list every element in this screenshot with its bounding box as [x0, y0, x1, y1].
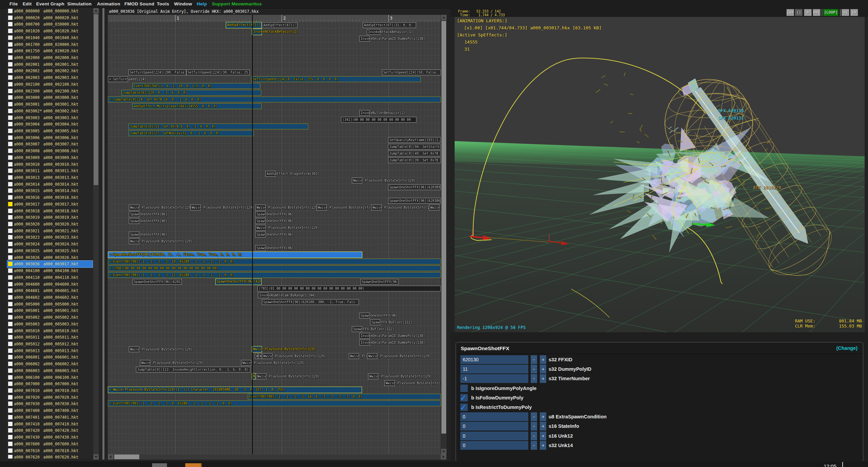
- timeline-event[interactable]: SpawnFFX_ByFloor[112]: [352, 326, 362, 332]
- anim-list-row[interactable]: a000_006100a000_006100.hkt: [7, 374, 93, 381]
- increment-button[interactable]: +: [540, 422, 546, 431]
- timeline-event[interactable]: Wwise_PlaySound_ByStateInfo[129]: [140, 360, 150, 366]
- menu-item-fmod-sound[interactable]: FMOD Sound: [124, 0, 154, 8]
- timeline-event[interactable]: <-Wwise_PlaySound_ByStateInfo[129](1: (c…: [108, 387, 362, 393]
- anim-list-row[interactable]: a000_006001a000_006001.hkt: [7, 354, 93, 361]
- anim-list-row[interactable]: a000_003003a000_003003.hkt: [7, 114, 93, 121]
- inspector-field-input[interactable]: 0: [460, 441, 528, 450]
- timeline-event[interactable]: SpawnOneShotFFX[96]: [129, 232, 139, 237]
- anim-list-scroll-up-icon[interactable]: [93, 8, 99, 14]
- anim-list-row[interactable]: a000_000700a000_030000.hkt: [7, 21, 93, 28]
- timeline-event[interactable]: <-Event700[700](-1, -1, -1, -1, 11, 6528…: [108, 272, 441, 278]
- timeline-event[interactable]: SetTurnSpeed[224](30, False, 255, 0, 0, …: [186, 70, 250, 75]
- timeline-event[interactable]: AddSpEffect[67](31, 0, 0, 0): [363, 22, 416, 28]
- timeline-event[interactable]: InvokeBulletBehavior[2]: [359, 110, 370, 116]
- timeline-event[interactable]: W: [255, 353, 258, 359]
- timeline-event[interactable]: <-SetTurnSpeed[224]: [108, 76, 128, 82]
- timeline-event[interactable]: <-Event700[700](-1, -1, -1, -1, 0, 65280…: [108, 400, 441, 406]
- timeline-event[interactable]: AddSpEffect[67](31,: [262, 22, 297, 28]
- timeline-ruler[interactable]: 123: [108, 15, 441, 22]
- anim-list-row[interactable]: a000_001750a000_020020.hkt: [7, 48, 93, 54]
- increment-button[interactable]: +: [540, 355, 546, 364]
- menu-item-tools[interactable]: Tools: [157, 0, 169, 8]
- taskbar-icon-orange[interactable]: [185, 463, 202, 467]
- timeline-event[interactable]: SetTurnSpeed[224](0, False, 255, 0, 0, 0…: [251, 76, 421, 82]
- anim-list-row[interactable]: a000_007610a000_007610.hkt: [7, 447, 93, 454]
- timeline-event[interactable]: Wwise_PlaySound_ByStateInfo[129]: [252, 346, 262, 353]
- anim-list-row[interactable]: a000_005010a000_005010.hkt: [7, 328, 93, 334]
- timeline-event[interactable]: SpawnOneShotFFX[96](620130, 11: [215, 279, 262, 285]
- anim-list-row[interactable]: a000_005001a000_005001.hkt: [7, 307, 93, 314]
- anim-list-row[interactable]: a000_002000a000_002000.hkt: [7, 54, 93, 61]
- transport-end-button[interactable]: >>|: [813, 9, 820, 16]
- timeline-event[interactable]: SetTurnSpeed[224](200, False, 255, 0, 0,…: [128, 70, 186, 75]
- anim-list-row[interactable]: a000_000000a000_000000.hkt: [7, 8, 93, 15]
- timeline-event[interactable]: Wwise_PlaySound_ByStateInfo[129]: [316, 205, 327, 210]
- anim-list-row[interactable]: a000_007600a000_007600.hkt: [7, 441, 93, 447]
- panel-splitter[interactable]: [102, 8, 104, 460]
- timeline-event[interactable]: JumpTable[0](49: Set_0x78_4, 0): [388, 151, 441, 156]
- timeline-event[interactable]: SpawnOneShotFFX[96]: [129, 218, 139, 224]
- timeline-event[interactable]: <-SpawnOneShotFFX[96](620130, 11, -1, Fa…: [108, 252, 362, 258]
- anim-list-row[interactable]: a000_007420a000_007420.hkt: [7, 427, 93, 434]
- timeline-event[interactable]: SpawnOneShotFFX[96](620100, 300, -1, Tru…: [262, 299, 359, 305]
- anim-list-row[interactable]: a000_003025a000_003025.hkt: [7, 248, 93, 254]
- anim-list-row[interactable]: a000_003008a000_003008.hkt: [7, 148, 93, 154]
- timeline-event[interactable]: Event760[760](1, 6, 2, 10, 0, 1.5, 0, 0): [132, 83, 260, 89]
- menu-item-help[interactable]: Help: [197, 0, 207, 8]
- anim-list-row[interactable]: a000_003005a000_003005.hkt: [7, 128, 93, 134]
- timeline-event[interactable]: JumpTable[0](129, 0, -1, 6, 0, 0): [121, 90, 261, 96]
- timeline-event[interactable]: InvokeDecalParamID_DummyPoly[138]: [359, 340, 370, 345]
- anim-list-row[interactable]: a000_003018a000_003018.hkt: [7, 208, 93, 214]
- timeline-scroll-down-icon[interactable]: [441, 449, 447, 454]
- timeline-event[interactable]: <-[790](00 00 00 00 00 00 00 00 00 00 00…: [108, 265, 441, 271]
- anim-list-scroll-down-icon[interactable]: [93, 454, 99, 460]
- anim-list-row[interactable]: a000_003010a000_003010.hkt: [7, 161, 93, 168]
- timeline-event[interactable]: Wwise_PlaySound_ByStateInfo[129]: [429, 205, 439, 210]
- timeline-event[interactable]: Event700[700](-1, -1, -1, -1, 16, 6, -1,…: [248, 394, 441, 399]
- anim-list-row[interactable]: a000_007430a000_007430.hkt: [7, 434, 93, 441]
- anim-list-row[interactable]: a000_007010a000_007010.hkt: [7, 387, 93, 394]
- anim-list-row[interactable]: a000_007020a000_007020.hkt: [7, 394, 93, 401]
- inspector-change-link[interactable]: (Change): [836, 345, 858, 351]
- increment-button[interactable]: +: [540, 441, 546, 450]
- timeline-scroll-right-icon[interactable]: [441, 454, 446, 460]
- timeline-event[interactable]: Wwise_PlaySound_ByStateInfo[129]: [371, 205, 382, 210]
- transport-rewind-button[interactable]: |<<: [787, 9, 794, 16]
- anim-list-row[interactable]: a000_003023a000_003023.hkt: [7, 234, 93, 241]
- anim-list-row[interactable]: a000_002001a000_002001.hkt: [7, 61, 93, 68]
- anim-list-row[interactable]: a000_007000a000_007000.hkt: [7, 381, 93, 387]
- timeline-event[interactable]: Wwise_PlaySound_ByStateInfo[129]: [255, 205, 266, 210]
- timeline-event[interactable]: Wwise_PlaySound_ByStateInfo[129]: [129, 205, 139, 210]
- anim-list-row[interactable]: a000_007400a000_007400.hkt: [7, 407, 93, 414]
- anim-list-row[interactable]: a000_003004a000_003004.hkt: [7, 121, 93, 128]
- timeline-event[interactable]: SpawnOneShotFFX[96](620389, 0): [388, 184, 441, 190]
- loop-toggle-button[interactable]: [LOOP]: [823, 9, 838, 16]
- timeline-event[interactable]: Wwise_PlaySound_ByStateInfo[129]: [352, 178, 362, 183]
- timeline-event[interactable]: JumpTable[0](39: Set_0x78_3, 0): [388, 157, 441, 163]
- anim-list-row[interactable]: a000_001020a000_001020.hkt: [7, 28, 93, 34]
- timeline-event[interactable]: Wwise_PlaySound_ByStateInfo[129]: [367, 353, 377, 359]
- anim-list-row[interactable]: a000_002002a000_002002.hkt: [7, 68, 93, 74]
- timeline-event[interactable]: SpawnOneShotFFX[96](620100, 300: [132, 279, 182, 285]
- timeline-event[interactable]: <-Event700[700](-1, -1, -1, -1, 10, 6528…: [108, 259, 441, 264]
- anim-list-row[interactable]: a000_003036a000_003017.hkt: [7, 261, 93, 267]
- timeline-event[interactable]: JumpTable[0](51: Set_0x78_6, 0, -1, 6, 0…: [128, 124, 308, 129]
- timeline-event[interactable]: Wwise_PlaySound_ByStateInfo[129]: [255, 225, 266, 231]
- menu-item-file[interactable]: File: [9, 0, 18, 8]
- timeline-event[interactable]: SpawnOneShotFFX[96](620130,: [360, 279, 399, 285]
- anim-list-row[interactable]: a000_003000a000_003000.hkt: [7, 94, 93, 101]
- taskbar-icon-gray[interactable]: [152, 463, 167, 467]
- timeline-event[interactable]: InvokeDecalParamID_DummyPoly[138]: [359, 333, 370, 339]
- timeline-event[interactable]: SpawnOneShotFFX[96]: [359, 313, 370, 318]
- anim-list-row[interactable]: a000_003026a000_003026.hkt: [7, 254, 93, 261]
- transport-step-back-button[interactable]: <|: [842, 9, 849, 16]
- decrement-button[interactable]: -: [531, 432, 537, 440]
- timeline-event[interactable]: Wwise_PlaySound_ByStateInfo[129]: [368, 373, 378, 379]
- anim-list-row[interactable]: a000_003015a000_003014.hkt: [7, 187, 93, 194]
- anim-list-row[interactable]: a000_002003a000_002003.hkt: [7, 74, 93, 81]
- timeline-event[interactable]: Wwise_PlaySound_ByStateInfo[129]: [129, 346, 139, 352]
- anim-list-row[interactable]: a000_005011a000_005011.hkt: [7, 334, 93, 341]
- anim-list-row[interactable]: a000_003011a000_003011.hkt: [7, 167, 93, 174]
- timeline-scroll-left-icon[interactable]: [108, 454, 113, 460]
